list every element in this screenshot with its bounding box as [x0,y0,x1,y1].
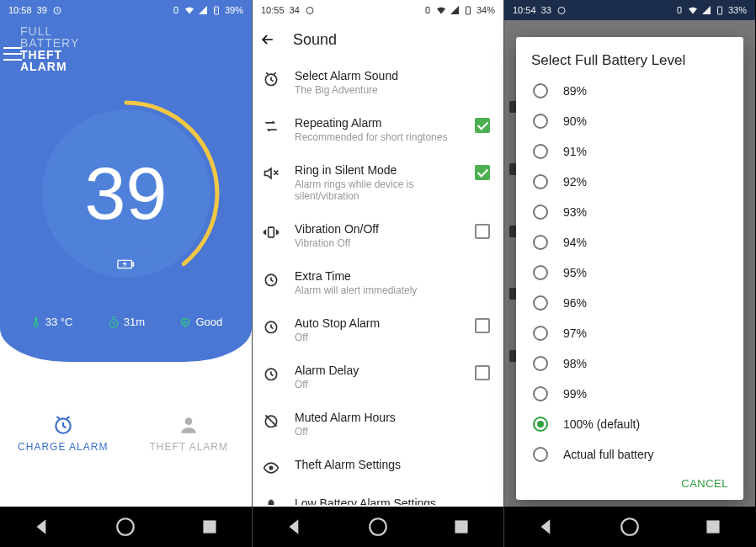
settings-row-subtitle: Alarm will alert immediately [295,284,492,296]
stats-row: 33 °C 31m Good [0,316,252,328]
settings-row-title: Repeating Alarm [295,116,458,130]
settings-row[interactable]: Alarm DelayOff [253,353,503,401]
svg-point-28 [621,518,638,535]
settings-row[interactable]: Repeating AlarmRecommended for short rin… [253,106,503,153]
back-arrow-icon[interactable] [259,31,276,48]
radio-button[interactable] [533,356,548,371]
radio-button[interactable] [533,174,548,189]
settings-row-title: Theft Alarm Settings [295,458,492,471]
nav-recent-button[interactable] [702,516,724,538]
dialog-option[interactable]: 97% [516,318,743,348]
nav-home-button[interactable] [367,516,389,538]
alarm-status-icon [305,5,315,15]
status-small: 33 [541,5,551,15]
dialog-option[interactable]: 93% [516,197,743,227]
vibrate-status-icon [423,5,433,15]
dialog-option[interactable]: 95% [516,258,743,288]
radio-button[interactable] [533,204,548,220]
nav-home-button[interactable] [619,516,641,538]
screen-select-level: 10:54 33 33% Select Full Battery Level 8… [503,0,755,547]
wifi-status-icon [436,5,446,15]
radio-button[interactable] [533,447,548,462]
dialog-option-list[interactable]: 89%90%91%92%93%94%95%96%97%98%99%100% (d… [516,76,743,470]
svg-rect-22 [269,500,272,502]
square-recent-icon [702,516,724,538]
settings-row[interactable]: Select Alarm SoundThe Big Adventure [253,59,503,106]
status-time: 10:58 [8,5,32,15]
stat-health-value: Good [195,316,222,328]
android-navbar [0,507,252,547]
dialog-option-label: 95% [563,266,587,279]
radio-button[interactable] [533,83,548,98]
alarm-status-icon [52,5,62,15]
dialog-option-label: 99% [563,387,587,401]
radio-button[interactable] [533,235,548,250]
settings-row[interactable]: Low Battery Alarm Settings [253,486,503,505]
triangle-back-icon [535,516,557,538]
mute-icon [263,165,280,182]
status-time: 10:54 [513,5,536,15]
status-small: 34 [290,5,300,15]
dialog-option[interactable]: Actual full battery [516,439,743,470]
dialog-option[interactable]: 99% [516,379,743,409]
tab-theft-alarm[interactable]: THEFT ALARM [126,362,253,505]
nav-back-button[interactable] [31,516,53,538]
dialog-option[interactable]: 94% [516,227,743,258]
settings-list[interactable]: Select Alarm SoundThe Big AdventureRepea… [253,59,503,505]
settings-row[interactable]: Theft Alarm Settings [253,448,503,486]
nav-back-button[interactable] [284,516,306,538]
settings-row[interactable]: Auto Stop AlarmOff [253,306,503,353]
checkbox[interactable] [473,222,492,241]
svg-rect-24 [455,520,468,533]
tab-charge-alarm[interactable]: CHARGE ALARM [0,362,126,505]
svg-rect-26 [678,8,681,13]
brand-line4: ALARM [20,60,67,73]
nav-recent-button[interactable] [199,516,221,538]
dialog-option[interactable]: 89% [516,76,743,106]
dialog-actions: CANCEL [516,470,743,491]
checkbox[interactable] [473,116,492,135]
nav-home-button[interactable] [114,516,136,538]
appbar: Sound [253,20,503,59]
settings-row[interactable]: Extra TimeAlarm will alert immediately [253,259,503,306]
settings-row[interactable]: Vibration On/OffVibration Off [253,212,503,259]
radio-button[interactable] [533,295,548,311]
settings-row[interactable]: Muted Alarm HoursOff [253,401,503,448]
status-battery-pct: 34% [476,5,495,15]
cancel-button[interactable]: CANCEL [681,477,728,490]
timer-icon [263,271,280,288]
svg-point-9 [118,518,135,535]
square-recent-icon [199,516,221,538]
dialog-option[interactable]: 92% [516,167,743,197]
dialog-option[interactable]: 100% (default) [516,409,743,439]
nav-back-button[interactable] [535,516,557,538]
checkbox[interactable] [473,163,492,182]
battery-status-icon [211,5,221,15]
settings-row[interactable]: Ring in Silent ModeAlarm rings while dev… [253,153,503,212]
svg-rect-21 [269,501,274,505]
settings-row-subtitle: Off [295,379,458,390]
status-small: 39 [37,5,47,15]
no-alarm-icon [263,412,280,429]
dialog-option[interactable]: 96% [516,288,743,318]
select-level-dialog: Select Full Battery Level 89%90%91%92%93… [516,37,743,500]
nav-recent-button[interactable] [450,516,472,538]
dialog-option[interactable]: 98% [516,348,743,379]
radio-button[interactable] [533,265,548,280]
dialog-option[interactable]: 91% [516,136,743,167]
menu-button[interactable] [3,47,22,61]
radio-button[interactable] [533,386,548,401]
radio-button[interactable] [533,144,548,159]
app-brand: FULL BATTERY THEFT ALARM [20,25,79,72]
radio-button[interactable] [533,326,548,341]
dialog-option[interactable]: 90% [516,106,743,136]
timer-icon [263,318,280,335]
checkbox[interactable] [473,364,492,382]
dialog-option-label: 96% [563,296,587,310]
settings-row-title: Extra Time [295,269,492,283]
radio-button[interactable] [533,114,548,129]
heart-pulse-icon [179,316,191,328]
page-title: Sound [293,31,337,49]
radio-button[interactable] [533,417,548,432]
checkbox[interactable] [473,316,492,335]
